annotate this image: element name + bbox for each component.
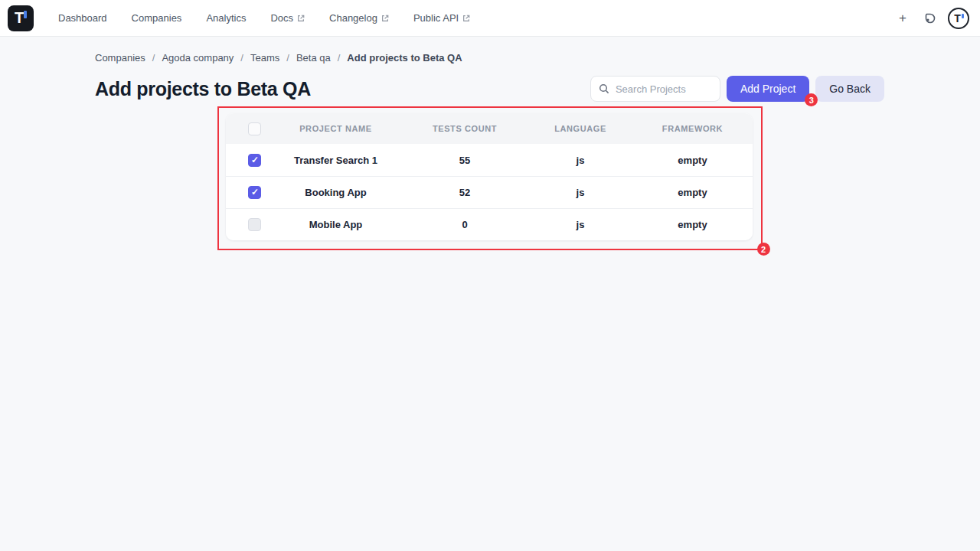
search-icon: [599, 83, 609, 94]
breadcrumb-companies[interactable]: Companies: [95, 52, 145, 64]
toolbar: Add Project 3 Go Back: [590, 76, 884, 102]
breadcrumb-separator: /: [286, 52, 289, 64]
breadcrumb-separator: /: [152, 52, 155, 64]
page-content: Companies / Agoda company / Teams / Beta…: [0, 37, 980, 250]
nav-item-companies[interactable]: Companies: [121, 6, 193, 30]
cell-tests-count: 55: [402, 155, 528, 166]
column-header-project-name: PROJECT NAME: [270, 124, 402, 133]
app-logo[interactable]: T: [8, 5, 34, 31]
nav-label: Dashboard: [58, 12, 107, 24]
add-project-label: Add Project: [740, 83, 795, 95]
nav-item-analytics[interactable]: Analytics: [195, 6, 256, 30]
top-navigation-bar: T Dashboard Companies Analytics Docs Cha…: [0, 0, 980, 37]
column-header-language: LANGUAGE: [528, 124, 633, 133]
avatar-letter: T: [954, 12, 961, 24]
row-checkbox-cell: [226, 218, 270, 231]
header-checkbox-cell: [226, 122, 270, 135]
add-new-icon[interactable]: +: [896, 8, 910, 28]
support-icon[interactable]: [922, 11, 936, 25]
table-row: Mobile App 0 js empty: [226, 208, 753, 240]
column-header-tests-count: TESTS COUNT: [402, 124, 528, 133]
cell-framework: empty: [633, 187, 753, 198]
breadcrumb-separator: /: [338, 52, 341, 64]
nav-item-dashboard[interactable]: Dashboard: [47, 6, 118, 30]
logo-letter: T: [15, 9, 24, 27]
search-projects-box[interactable]: [590, 76, 720, 102]
cell-language: js: [528, 219, 633, 230]
column-header-framework: FRAMEWORK: [633, 124, 753, 133]
annotation-badge-3: 3: [805, 93, 818, 106]
row-checkbox[interactable]: [248, 154, 261, 167]
table-row: Booking App 52 js empty: [226, 176, 753, 208]
nav-label: Public API: [413, 12, 459, 24]
row-checkbox[interactable]: [248, 186, 261, 199]
nav-item-docs[interactable]: Docs: [260, 6, 315, 30]
cell-tests-count: 52: [402, 187, 528, 198]
external-link-icon: [462, 15, 470, 22]
breadcrumb-teams[interactable]: Teams: [250, 52, 279, 64]
search-projects-input[interactable]: [616, 83, 712, 95]
avatar-accent-mark: [962, 14, 964, 18]
nav-label: Changelog: [329, 12, 377, 24]
cell-project-name: Booking App: [270, 187, 402, 198]
external-link-icon: [381, 15, 389, 22]
select-all-checkbox[interactable]: [248, 122, 261, 135]
external-link-icon: [297, 15, 305, 22]
annotation-badge-2: 2: [757, 243, 770, 256]
row-checkbox-cell: [226, 186, 270, 199]
nav-label: Companies: [132, 12, 182, 24]
table-row: Transfer Search 1 55 js empty: [226, 144, 753, 176]
cell-framework: empty: [633, 219, 753, 230]
cell-language: js: [528, 187, 633, 198]
go-back-label: Go Back: [829, 83, 871, 95]
row-checkbox[interactable]: [248, 218, 261, 231]
logo-accent-mark: [24, 11, 27, 18]
nav-item-public-api[interactable]: Public API: [403, 6, 481, 30]
page-header-row: Add projects to Beta QA Add Project 3 Go…: [95, 76, 884, 102]
cell-framework: empty: [633, 155, 753, 166]
nav-item-changelog[interactable]: Changelog: [318, 6, 400, 30]
go-back-button[interactable]: Go Back: [815, 76, 884, 102]
breadcrumb-agoda-company[interactable]: Agoda company: [162, 52, 234, 64]
topbar-actions: + T: [896, 8, 969, 29]
table-header-row: PROJECT NAME TESTS COUNT LANGUAGE FRAMEW…: [226, 113, 753, 144]
page-title: Add projects to Beta QA: [95, 78, 311, 100]
breadcrumb-separator: /: [240, 52, 243, 64]
add-project-button[interactable]: Add Project 3: [727, 76, 809, 102]
cell-language: js: [528, 155, 633, 166]
breadcrumb-beta-qa[interactable]: Beta qa: [296, 52, 331, 64]
nav-label: Analytics: [206, 12, 246, 24]
breadcrumb: Companies / Agoda company / Teams / Beta…: [95, 52, 884, 64]
projects-table: PROJECT NAME TESTS COUNT LANGUAGE FRAMEW…: [226, 113, 753, 240]
breadcrumb-current-page: Add projects to Beta QA: [347, 52, 462, 64]
row-checkbox-cell: [226, 154, 270, 167]
user-avatar[interactable]: T: [948, 8, 969, 29]
cell-project-name: Transfer Search 1: [270, 155, 402, 166]
annotation-box-2: PROJECT NAME TESTS COUNT LANGUAGE FRAMEW…: [217, 106, 763, 250]
cell-tests-count: 0: [402, 219, 528, 230]
cell-project-name: Mobile App: [270, 219, 402, 230]
main-nav: Dashboard Companies Analytics Docs Chang…: [47, 6, 481, 30]
nav-label: Docs: [270, 12, 293, 24]
